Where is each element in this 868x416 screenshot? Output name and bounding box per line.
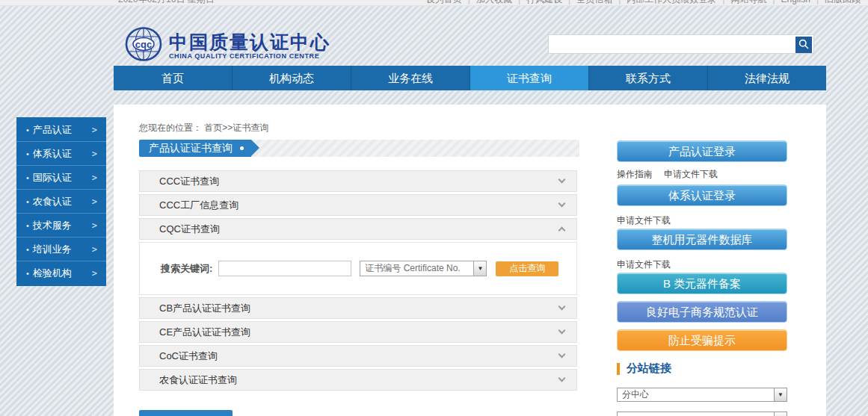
logo-subtitle: CHINA QUALITY CERTIFICATION CENTRE [169,52,330,60]
search-input[interactable] [552,35,791,53]
nav-item-home[interactable]: 首页 [114,66,233,90]
dropdown-arrow-icon[interactable]: ▼ [774,388,787,401]
sidebar-item-label: 技术服务 [33,219,72,232]
section-title-bar: 产品认证证书查询 [139,140,579,157]
cqc-search-panel: 搜索关键词: 证书编号 Certificate No. ▼ 点击查询 [139,242,577,295]
chevron-down-icon [558,351,566,358]
nav-item-news[interactable]: 机构动态 [233,66,351,90]
subsite-links-title: 分站链接 [627,361,671,376]
accordion-agrifood-certificate[interactable]: 农食认证证书查询 [139,369,577,391]
bullet-icon: • [26,173,29,182]
bullet-icon: • [26,197,29,206]
sidebar-item-agrifood-cert[interactable]: • 农食认证 > [16,190,106,214]
accordion-label: CB产品认证证书查询 [159,302,250,314]
system-cert-login-button[interactable]: 体系认证登录 [617,184,787,206]
component-database-button[interactable]: 整机用元器件数据库 [617,229,787,250]
application-download-link[interactable]: 申请文件下载 [617,214,671,227]
dropdown-arrow-icon[interactable]: ▼ [473,261,486,276]
next-section-tab-peek [139,410,233,416]
sidebar-item-label: 产品认证 [33,123,72,137]
top-link-mailbox[interactable]: 全员信箱 [562,0,612,5]
top-utility-bar: 2020年02月16日 星期日 设为首页 加入收藏 行风建设 全员信箱 内部工作… [0,0,868,6]
bullet-icon: • [26,125,29,134]
right-links-row: 操作指南 申请文件下载 [617,168,718,181]
cqc-logo[interactable]: cqc 中国质量认证中心 CHINA QUALITY CERTIFICATION… [125,25,330,66]
right-links-row: 申请文件下载 [617,258,671,271]
subsite-select-peek[interactable]: ▼ [617,412,787,416]
sidebar-item-product-cert[interactable]: • 产品认证 > [16,118,106,142]
sidebar-item-label: 体系认证 [33,147,72,161]
bullet-icon: • [26,245,29,254]
sidebar-item-label: 农食认证 [33,195,72,208]
query-submit-button[interactable]: 点击查询 [496,261,558,276]
certificate-field-select[interactable]: 证书编号 Certificate No. ▼ [360,261,487,276]
sidebar-item-technical-service[interactable]: • 技术服务 > [16,214,106,238]
top-link-old-version[interactable]: 旧版回顾 [810,0,861,5]
top-link-staff-login[interactable]: 内部工作人员绩效登录 [612,0,716,5]
accordion-ce-certificate[interactable]: CE产品认证证书查询 [139,321,577,343]
accordion-label: CQC证书查询 [159,223,220,235]
chevron-down-icon [558,200,566,208]
keyword-input[interactable] [218,261,351,276]
ecommerce-standard-button[interactable]: 良好电子商务规范认证 [617,301,787,323]
application-download-link[interactable]: 申请文件下载 [617,258,671,271]
bullet-icon: • [26,269,29,278]
top-links: 设为首页 加入收藏 行风建设 全员信箱 内部工作人员绩效登录 网站导航 Engl… [426,0,861,5]
operation-guide-link[interactable]: 操作指南 [617,168,653,181]
top-link-site-map[interactable]: 网站导航 [716,0,766,5]
search-keyword-label: 搜索关键词: [161,262,212,276]
chevron-up-icon [558,227,566,235]
select-value: 分中心 [618,388,774,401]
top-link-set-home[interactable]: 设为首页 [426,0,462,5]
top-link-conduct[interactable]: 行风建设 [512,0,562,5]
accordion-coc-certificate[interactable]: CoC证书查询 [139,345,577,367]
subsite-links-header: 分站链接 [617,361,671,376]
sidebar-item-training[interactable]: • 培训业务 > [16,238,106,261]
chevron-right-icon: > [92,268,97,279]
nav-item-laws[interactable]: 法律法规 [708,66,826,90]
class-b-component-button[interactable]: B 类元器件备案 [617,273,787,294]
nav-item-contact[interactable]: 联系方式 [589,66,708,90]
product-cert-login-button[interactable]: 产品认证登录 [617,140,787,162]
dropdown-arrow-icon[interactable]: ▼ [774,412,787,416]
section-title-tab: 产品认证证书查询 [139,140,251,157]
accordion-cb-certificate[interactable]: CB产品认证证书查询 [139,297,577,319]
top-link-favorite[interactable]: 加入收藏 [462,0,512,5]
nav-item-certificate-query[interactable]: 证书查询 [470,66,589,90]
bullet-icon: • [26,149,29,158]
accordion-label: 农食认证证书查询 [159,374,237,385]
branch-center-select[interactable]: 分中心 ▼ [617,388,787,402]
orange-bar-icon [617,363,620,375]
accordion-label: CCC工厂信息查询 [159,199,238,211]
nav-item-online-business[interactable]: 业务在线 [351,66,470,90]
chevron-down-icon [558,327,566,335]
accordion-ccc-factory-info[interactable]: CCC工厂信息查询 [139,194,577,216]
search-button[interactable] [795,37,812,53]
select-value [618,412,774,416]
accordion-label: CE产品认证证书查询 [159,326,250,338]
sidebar-item-label: 培训业务 [33,243,72,256]
svg-text:cqc: cqc [135,39,152,50]
application-download-link[interactable]: 申请文件下载 [664,168,718,181]
sidebar-item-international-cert[interactable]: • 国际认证 > [16,166,106,190]
sidebar-item-inspection[interactable]: • 检验机构 > [16,261,106,285]
select-value: 证书编号 Certificate No. [360,261,473,276]
chevron-right-icon: > [92,149,97,159]
main-nav: 首页 机构动态 业务在线 证书查询 联系方式 法律法规 [114,66,826,90]
search-icon [798,39,809,52]
certificate-query-accordion: CCC证书查询 CCC工厂信息查询 CQC证书查询 搜索关键词: 证书编号 Ce… [139,170,577,393]
chevron-right-icon: > [92,196,97,207]
fraud-prevention-button[interactable]: 防止受骗提示 [617,329,787,351]
sidebar-item-label: 检验机构 [33,267,72,280]
accordion-cqc-certificate[interactable]: CQC证书查询 [139,218,577,240]
sidebar-item-label: 国际认证 [33,171,72,184]
dot-icon [240,146,244,150]
accordion-ccc-certificate[interactable]: CCC证书查询 [139,170,577,192]
top-link-english[interactable]: English [766,0,810,5]
sidebar-item-system-cert[interactable]: • 体系认证 > [16,142,106,166]
accordion-label: CCC证书查询 [159,176,219,187]
page-title: 产品认证证书查询 [149,142,233,155]
page-root: 2020年02月16日 星期日 设为首页 加入收藏 行风建设 全员信箱 内部工作… [0,0,868,416]
site-search [548,34,814,54]
chevron-down-icon [558,176,566,184]
